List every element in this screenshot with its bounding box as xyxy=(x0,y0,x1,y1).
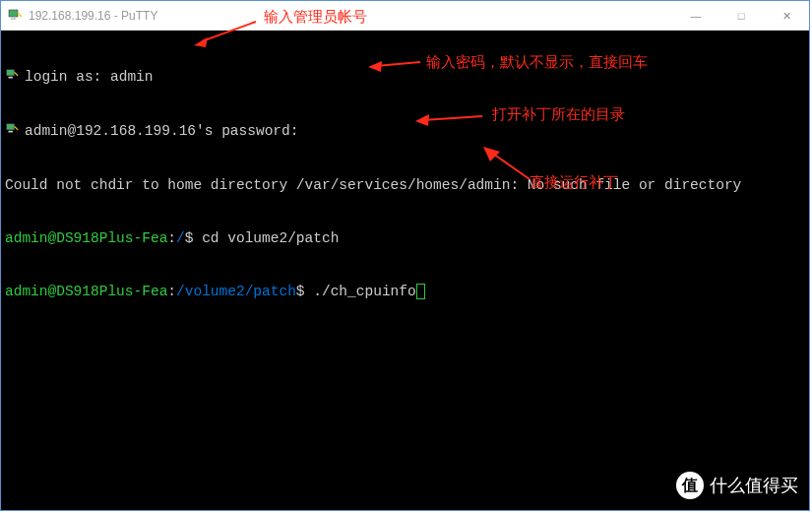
minimize-button[interactable]: — xyxy=(673,1,718,31)
svg-line-8 xyxy=(15,126,19,130)
putty-icon xyxy=(7,8,23,24)
watermark: 值 什么值得买 xyxy=(676,472,798,499)
watermark-text: 什么值得买 xyxy=(710,474,798,497)
putty-small-icon xyxy=(5,122,21,141)
terminal-cursor xyxy=(416,284,425,299)
svg-rect-6 xyxy=(7,124,15,130)
svg-rect-1 xyxy=(11,18,16,20)
maximize-button[interactable]: □ xyxy=(718,1,764,31)
command: cd volume2/patch xyxy=(202,230,339,246)
prompt-path: /volume2/patch xyxy=(176,284,296,299)
svg-rect-7 xyxy=(9,131,13,133)
prompt-path: / xyxy=(176,230,185,246)
prompt-user: admin@DS918Plus-Fea xyxy=(5,230,167,246)
command: ./ch_cpuinfo xyxy=(313,284,415,299)
svg-rect-4 xyxy=(9,77,13,79)
titlebar: 192.168.199.16 - PuTTY — □ ✕ xyxy=(1,1,809,31)
putty-small-icon xyxy=(5,68,21,87)
terminal-line: login as: admin xyxy=(5,68,805,87)
terminal[interactable]: login as: admin admin@192.168.199.16's p… xyxy=(1,31,809,510)
login-user: admin xyxy=(110,69,154,85)
svg-line-2 xyxy=(18,13,22,17)
svg-rect-0 xyxy=(9,10,18,17)
terminal-prompt-line: admin@DS918Plus-Fea:/volume2/patch$ ./ch… xyxy=(5,283,805,300)
window-controls: — □ ✕ xyxy=(673,1,809,30)
prompt-user: admin@DS918Plus-Fea xyxy=(5,284,167,299)
svg-line-5 xyxy=(15,72,19,76)
login-prompt: login as: xyxy=(25,69,110,85)
window-title: 192.168.199.16 - PuTTY xyxy=(29,9,673,23)
terminal-error: Could not chdir to home directory /var/s… xyxy=(5,176,805,194)
terminal-prompt-line: admin@DS918Plus-Fea:/$ cd volume2/patch xyxy=(5,229,805,247)
terminal-line: admin@192.168.199.16's password: xyxy=(5,122,805,141)
watermark-badge: 值 xyxy=(676,472,704,499)
close-button[interactable]: ✕ xyxy=(764,1,809,31)
password-prompt: admin@192.168.199.16's password: xyxy=(25,123,298,139)
svg-rect-3 xyxy=(7,70,15,76)
putty-window: 192.168.199.16 - PuTTY — □ ✕ login as: a… xyxy=(0,0,810,511)
